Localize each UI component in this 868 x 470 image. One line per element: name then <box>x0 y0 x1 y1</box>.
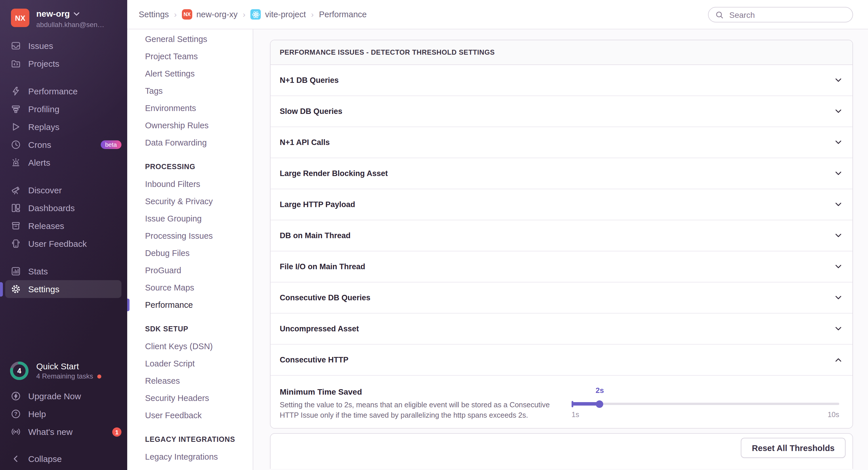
breadcrumb-separator: › <box>174 10 177 19</box>
breadcrumb-separator: › <box>311 10 314 19</box>
settings-nav: General Settings Project Teams Alert Set… <box>127 29 253 470</box>
sidebar-item-label: Performance <box>28 86 78 96</box>
detector-row-consecutive-db-queries[interactable]: Consecutive DB Queries <box>271 282 852 313</box>
sidebar-item-stats[interactable]: Stats <box>0 262 127 280</box>
svg-text:?: ? <box>14 411 17 417</box>
sidebar-item-label: Replays <box>28 122 59 132</box>
settings-nav-item-user-feedback[interactable]: User Feedback <box>127 407 253 424</box>
slider-value-label: 2s <box>596 386 604 395</box>
detector-label: File I/O on Main Thread <box>280 262 365 271</box>
settings-nav-item-loader-script[interactable]: Loader Script <box>127 355 253 372</box>
sidebar-item-label: What's new <box>28 427 72 437</box>
sidebar-item-alerts[interactable]: Alerts <box>0 154 127 171</box>
settings-nav-item-data-forwarding[interactable]: Data Forwarding <box>127 134 253 151</box>
settings-nav-item-security-privacy[interactable]: Security & Privacy <box>127 193 253 210</box>
sidebar-collapse-button[interactable]: Collapse <box>0 450 127 468</box>
slider-thumb[interactable] <box>596 400 603 408</box>
settings-nav-item-client-keys[interactable]: Client Keys (DSN) <box>127 338 253 355</box>
settings-nav-header-processing: PROCESSING <box>127 158 253 175</box>
setting-description: Setting the value to 2s, means that an e… <box>280 400 570 421</box>
sidebar-item-profiling[interactable]: Profiling <box>0 100 127 118</box>
settings-nav-item-issue-grouping[interactable]: Issue Grouping <box>127 210 253 227</box>
detector-row-consecutive-http[interactable]: Consecutive HTTP <box>271 345 852 376</box>
settings-nav-item-source-maps[interactable]: Source Maps <box>127 279 253 296</box>
breadcrumb-settings[interactable]: Settings <box>139 10 169 19</box>
settings-nav-item-alert-settings[interactable]: Alert Settings <box>127 65 253 82</box>
sidebar-item-user-feedback[interactable]: User Feedback <box>0 235 127 253</box>
org-meta: new-org abdullah.khan@sen… <box>36 9 104 29</box>
org-switcher[interactable]: NX new-org abdullah.khan@sen… <box>0 0 127 29</box>
sidebar-item-projects[interactable]: Projects <box>0 55 127 72</box>
releases-icon <box>11 221 21 231</box>
detector-row-slow-db-queries[interactable]: Slow DB Queries <box>271 96 852 127</box>
discover-icon <box>11 185 21 195</box>
stats-icon <box>11 266 21 276</box>
sidebar-nav: Issues Projects Performance Profiling Re… <box>0 37 127 298</box>
settings-nav-item-environments[interactable]: Environments <box>127 100 253 117</box>
settings-nav-item-ownership-rules[interactable]: Ownership Rules <box>127 117 253 134</box>
sidebar-item-help[interactable]: ? Help <box>0 405 127 423</box>
settings-nav-item-proguard[interactable]: ProGuard <box>127 262 253 279</box>
sidebar-item-label: Projects <box>28 59 59 68</box>
sidebar-item-discover[interactable]: Discover <box>0 181 127 199</box>
sidebar-item-dashboards[interactable]: Dashboards <box>0 199 127 217</box>
search-input[interactable] <box>728 9 845 20</box>
breadcrumb-project[interactable]: vite-project <box>251 9 306 20</box>
nx-org-badge: NX <box>182 9 192 20</box>
sidebar-item-releases[interactable]: Releases <box>0 217 127 235</box>
quick-start[interactable]: 4 Quick Start 4 Remaining tasks <box>0 361 127 380</box>
settings-nav-item-general-settings[interactable]: General Settings <box>127 31 253 48</box>
quick-start-subtitle: 4 Remaining tasks <box>36 372 93 380</box>
detector-row-large-render-blocking-asset[interactable]: Large Render Blocking Asset <box>271 158 852 189</box>
sidebar-item-performance[interactable]: Performance <box>0 82 127 100</box>
beta-badge: beta <box>100 140 121 149</box>
settings-nav-item-security-headers[interactable]: Security Headers <box>127 390 253 407</box>
detector-label: DB on Main Thread <box>280 231 350 240</box>
detector-row-large-http-payload[interactable]: Large HTTP Payload <box>271 189 852 220</box>
sidebar-gap <box>0 72 127 82</box>
detector-row-uncompressed-asset[interactable]: Uncompressed Asset <box>271 313 852 345</box>
sidebar-item-crons[interactable]: Crons beta <box>0 136 127 154</box>
replays-icon <box>11 122 21 132</box>
breadcrumb-label: new-org-xy <box>196 10 238 19</box>
issues-icon <box>11 41 21 51</box>
sidebar-item-issues[interactable]: Issues <box>0 37 127 55</box>
sidebar-item-upgrade-now[interactable]: Upgrade Now <box>0 387 127 405</box>
sidebar-item-whats-new[interactable]: What's new 1 <box>0 423 127 441</box>
reset-all-thresholds-button[interactable]: Reset All Thresholds <box>741 438 845 458</box>
chevron-down-icon <box>834 138 843 147</box>
detector-row-file-io-on-main-thread[interactable]: File I/O on Main Thread <box>271 251 852 282</box>
detector-row-n1-api-calls[interactable]: N+1 API Calls <box>271 127 852 158</box>
sidebar-bottom: 4 Quick Start 4 Remaining tasks Upgrade … <box>0 361 127 468</box>
search-box[interactable] <box>708 7 853 23</box>
detector-row-db-on-main-thread[interactable]: DB on Main Thread <box>271 220 852 251</box>
org-avatar: NX <box>11 9 29 27</box>
detector-label: Slow DB Queries <box>280 107 342 115</box>
breadcrumb-label: Performance <box>319 10 367 19</box>
sidebar-item-label: Profiling <box>28 104 59 114</box>
sidebar-item-replays[interactable]: Replays <box>0 118 127 136</box>
slider-track[interactable] <box>571 400 839 408</box>
sidebar-item-settings[interactable]: Settings <box>5 280 121 298</box>
panel-title: PERFORMANCE ISSUES - DETECTOR THRESHOLD … <box>271 40 852 65</box>
settings-nav-item-processing-issues[interactable]: Processing Issues <box>127 227 253 244</box>
sidebar-item-label: Discover <box>28 185 62 195</box>
top-bar: Settings › NX new-org-xy › vite-project … <box>127 0 868 29</box>
settings-nav-item-debug-files[interactable]: Debug Files <box>127 244 253 262</box>
user-feedback-icon <box>11 239 21 248</box>
settings-nav-item-legacy-integrations[interactable]: Legacy Integrations <box>127 448 253 465</box>
settings-nav-item-tags[interactable]: Tags <box>127 82 253 100</box>
main-sidebar: NX new-org abdullah.khan@sen… Issues Pro… <box>0 0 127 470</box>
breadcrumb-organization[interactable]: NX new-org-xy <box>182 9 238 20</box>
detector-label: Consecutive HTTP <box>280 356 348 364</box>
sentry-settings-page: NX new-org abdullah.khan@sen… Issues Pro… <box>0 0 868 470</box>
detector-label: Large Render Blocking Asset <box>280 169 388 178</box>
settings-nav-item-performance[interactable]: Performance <box>127 296 253 313</box>
breadcrumb-performance[interactable]: Performance <box>319 10 367 19</box>
detector-row-n1-db-queries[interactable]: N+1 DB Queries <box>271 65 852 96</box>
settings-nav-item-releases[interactable]: Releases <box>127 372 253 390</box>
settings-nav-item-project-teams[interactable]: Project Teams <box>127 48 253 65</box>
detector-label: Uncompressed Asset <box>280 325 359 333</box>
detector-label: N+1 API Calls <box>280 138 330 147</box>
settings-nav-item-inbound-filters[interactable]: Inbound Filters <box>127 175 253 193</box>
